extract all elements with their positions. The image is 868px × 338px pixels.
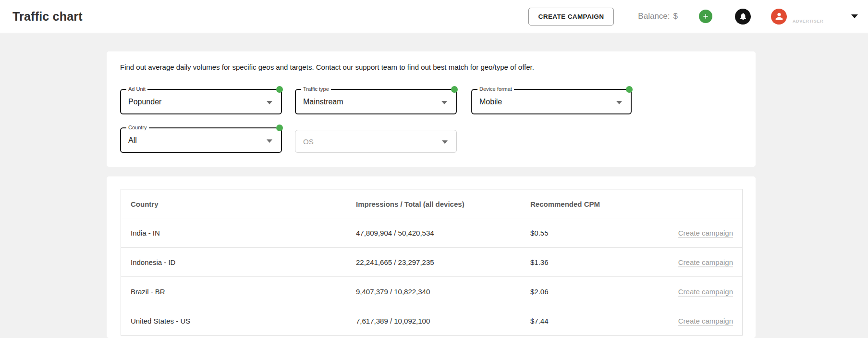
create-campaign-link[interactable]: Create campaign — [678, 288, 733, 296]
create-campaign-button[interactable]: CREATE CAMPAIGN — [528, 8, 614, 25]
add-funds-button[interactable] — [699, 10, 712, 23]
description-text: Find out average daily volumes for speci… — [120, 63, 534, 71]
table-row: Indonesia - ID 22,241,665 / 23,297,235 $… — [121, 248, 742, 277]
device-format-select[interactable]: Device format Mobile — [471, 89, 632, 114]
country-cell: United States - US — [131, 317, 190, 325]
cpm-cell: $2.06 — [530, 288, 549, 296]
table-row: United States - US 7,617,389 / 10,092,10… — [121, 306, 742, 336]
field-label: Ad Unit — [126, 86, 147, 92]
table-row: India - IN 47,809,904 / 50,420,534 $0.55… — [121, 218, 742, 248]
active-filter-dot — [451, 86, 458, 93]
column-header-country: Country — [131, 200, 159, 208]
chevron-down-icon — [616, 101, 622, 104]
field-label: Country — [126, 125, 149, 130]
traffic-table-panel: Country Impressions / Total (all devices… — [107, 176, 756, 338]
table-header-row: Country Impressions / Total (all devices… — [121, 189, 742, 218]
country-select[interactable]: Country All — [120, 127, 282, 153]
chevron-down-icon — [442, 140, 448, 144]
balance-amount: $ — [673, 12, 678, 21]
country-cell: India - IN — [131, 229, 160, 237]
chevron-down-icon[interactable] — [851, 14, 858, 18]
impressions-cell: 22,241,665 / 23,297,235 — [356, 258, 434, 266]
active-filter-dot — [626, 86, 633, 93]
balance-display: Balance: $ — [638, 12, 678, 21]
filters-panel: Find out average daily volumes for speci… — [107, 51, 756, 167]
active-filter-dot — [276, 125, 283, 131]
os-select[interactable]: OS — [295, 130, 457, 153]
field-value: All — [128, 136, 137, 145]
plus-icon — [702, 13, 709, 20]
page-title: Traffic chart — [12, 10, 83, 24]
bell-icon — [739, 12, 747, 21]
cpm-cell: $1.36 — [530, 258, 549, 266]
notifications-button[interactable] — [735, 9, 751, 25]
column-header-cpm: Recommended CPM — [530, 200, 600, 208]
cpm-cell: $0.55 — [530, 229, 549, 237]
field-value: Popunder — [128, 98, 161, 106]
traffic-chart-page: Traffic chart CREATE CAMPAIGN Balance: $… — [0, 0, 868, 338]
traffic-table: Country Impressions / Total (all devices… — [121, 189, 743, 336]
create-campaign-link[interactable]: Create campaign — [678, 229, 733, 237]
field-label: Traffic type — [301, 86, 331, 92]
active-filter-dot — [276, 86, 283, 93]
cpm-cell: $7.44 — [530, 317, 549, 325]
user-icon — [774, 11, 784, 22]
impressions-cell: 9,407,379 / 10,822,340 — [356, 288, 430, 296]
field-value: Mobile — [479, 98, 502, 106]
account-menu[interactable]: ADVERTISER — [771, 9, 819, 25]
country-cell: Brazil - BR — [131, 288, 165, 296]
traffic-type-select[interactable]: Traffic type Mainstream — [295, 89, 457, 114]
ad-unit-select[interactable]: Ad Unit Popunder — [120, 89, 282, 114]
column-header-impressions: Impressions / Total (all devices) — [356, 200, 465, 208]
field-label: Device format — [477, 86, 514, 92]
create-campaign-link[interactable]: Create campaign — [678, 258, 733, 266]
chevron-down-icon — [267, 139, 272, 143]
field-placeholder: OS — [303, 138, 314, 146]
field-value: Mainstream — [303, 98, 343, 106]
impressions-cell: 47,809,904 / 50,420,534 — [356, 229, 434, 237]
impressions-cell: 7,617,389 / 10,092,100 — [356, 317, 430, 325]
create-campaign-link[interactable]: Create campaign — [678, 317, 733, 325]
table-row: Brazil - BR 9,407,379 / 10,822,340 $2.06… — [121, 277, 742, 306]
chevron-down-icon — [441, 101, 447, 104]
avatar[interactable] — [771, 9, 787, 25]
top-header: Traffic chart CREATE CAMPAIGN Balance: $… — [0, 0, 868, 33]
balance-label: Balance: — [638, 12, 670, 21]
country-cell: Indonesia - ID — [131, 258, 175, 266]
chevron-down-icon — [267, 101, 272, 104]
role-label: ADVERTISER — [793, 19, 819, 24]
